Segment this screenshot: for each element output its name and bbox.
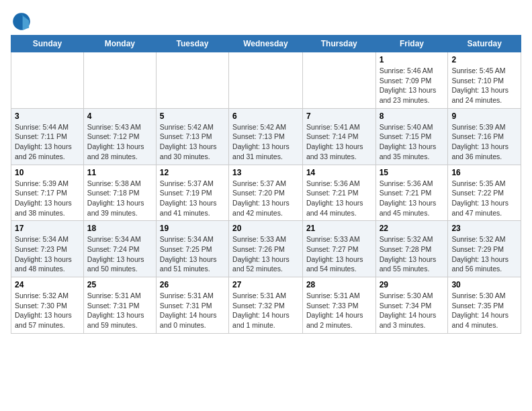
logo-icon — [11, 11, 32, 32]
header — [11, 11, 521, 32]
cell-content: Sunrise: 5:34 AM Sunset: 7:24 PM Dayligh… — [87, 234, 152, 274]
cell-content: Sunrise: 5:43 AM Sunset: 7:12 PM Dayligh… — [87, 122, 152, 162]
cell-content: Sunrise: 5:42 AM Sunset: 7:13 PM Dayligh… — [232, 122, 299, 162]
calendar-cell — [302, 52, 375, 109]
cell-content: Sunrise: 5:42 AM Sunset: 7:13 PM Dayligh… — [160, 122, 225, 162]
cell-content: Sunrise: 5:31 AM Sunset: 7:31 PM Dayligh… — [160, 291, 225, 330]
calendar-cell: 14Sunrise: 5:36 AM Sunset: 7:21 PM Dayli… — [302, 165, 375, 221]
cell-content: Sunrise: 5:44 AM Sunset: 7:11 PM Dayligh… — [15, 122, 80, 162]
day-of-week-header: Tuesday — [156, 36, 228, 52]
day-number: 8 — [380, 111, 445, 121]
calendar-week-row: 10Sunrise: 5:39 AM Sunset: 7:17 PM Dayli… — [11, 165, 521, 221]
calendar-cell: 6Sunrise: 5:42 AM Sunset: 7:13 PM Daylig… — [229, 108, 303, 165]
calendar-cell: 3Sunrise: 5:44 AM Sunset: 7:11 PM Daylig… — [11, 108, 84, 165]
day-number: 4 — [87, 111, 152, 121]
calendar-cell — [83, 52, 156, 109]
day-number: 28 — [306, 280, 372, 289]
cell-content: Sunrise: 5:41 AM Sunset: 7:14 PM Dayligh… — [306, 122, 372, 162]
calendar-cell: 29Sunrise: 5:30 AM Sunset: 7:34 PM Dayli… — [375, 277, 448, 334]
day-number: 2 — [451, 55, 517, 64]
calendar-cell: 25Sunrise: 5:31 AM Sunset: 7:31 PM Dayli… — [83, 277, 156, 334]
cell-content: Sunrise: 5:39 AM Sunset: 7:17 PM Dayligh… — [15, 179, 80, 218]
calendar-cell — [11, 52, 84, 109]
cell-content: Sunrise: 5:34 AM Sunset: 7:23 PM Dayligh… — [15, 234, 80, 274]
calendar-cell: 22Sunrise: 5:32 AM Sunset: 7:28 PM Dayli… — [375, 221, 448, 277]
day-number: 11 — [87, 168, 152, 177]
calendar-cell: 4Sunrise: 5:43 AM Sunset: 7:12 PM Daylig… — [83, 108, 156, 165]
day-number: 10 — [15, 168, 80, 177]
cell-content: Sunrise: 5:36 AM Sunset: 7:21 PM Dayligh… — [306, 179, 372, 218]
day-number: 29 — [380, 280, 445, 289]
calendar-cell: 15Sunrise: 5:36 AM Sunset: 7:21 PM Dayli… — [375, 165, 448, 221]
calendar-cell — [156, 52, 228, 109]
cell-content: Sunrise: 5:30 AM Sunset: 7:34 PM Dayligh… — [380, 291, 445, 330]
cell-content: Sunrise: 5:46 AM Sunset: 7:09 PM Dayligh… — [380, 66, 445, 105]
day-number: 23 — [451, 224, 517, 233]
calendar-table: SundayMondayTuesdayWednesdayThursdayFrid… — [11, 35, 521, 334]
cell-content: Sunrise: 5:45 AM Sunset: 7:10 PM Dayligh… — [451, 66, 517, 105]
day-number: 18 — [87, 224, 152, 233]
calendar-cell: 8Sunrise: 5:40 AM Sunset: 7:15 PM Daylig… — [375, 108, 448, 165]
cell-content: Sunrise: 5:32 AM Sunset: 7:29 PM Dayligh… — [451, 234, 517, 274]
day-of-week-header: Sunday — [11, 36, 84, 52]
calendar-cell: 28Sunrise: 5:31 AM Sunset: 7:33 PM Dayli… — [302, 277, 375, 334]
calendar-cell: 16Sunrise: 5:35 AM Sunset: 7:22 PM Dayli… — [448, 165, 521, 221]
cell-content: Sunrise: 5:32 AM Sunset: 7:28 PM Dayligh… — [380, 234, 445, 274]
calendar-cell: 7Sunrise: 5:41 AM Sunset: 7:14 PM Daylig… — [302, 108, 375, 165]
day-number: 13 — [232, 168, 299, 177]
cell-content: Sunrise: 5:34 AM Sunset: 7:25 PM Dayligh… — [160, 234, 225, 274]
day-number: 7 — [306, 111, 372, 121]
day-number: 27 — [232, 280, 299, 289]
cell-content: Sunrise: 5:32 AM Sunset: 7:30 PM Dayligh… — [15, 291, 80, 330]
calendar-cell: 20Sunrise: 5:33 AM Sunset: 7:26 PM Dayli… — [229, 221, 303, 277]
calendar-cell: 26Sunrise: 5:31 AM Sunset: 7:31 PM Dayli… — [156, 277, 228, 334]
cell-content: Sunrise: 5:31 AM Sunset: 7:32 PM Dayligh… — [232, 291, 299, 330]
cell-content: Sunrise: 5:39 AM Sunset: 7:16 PM Dayligh… — [451, 122, 517, 162]
calendar-cell: 19Sunrise: 5:34 AM Sunset: 7:25 PM Dayli… — [156, 221, 228, 277]
calendar-cell: 2Sunrise: 5:45 AM Sunset: 7:10 PM Daylig… — [448, 52, 521, 109]
cell-content: Sunrise: 5:37 AM Sunset: 7:19 PM Dayligh… — [160, 179, 225, 218]
day-of-week-header: Monday — [83, 36, 156, 52]
calendar-cell: 13Sunrise: 5:37 AM Sunset: 7:20 PM Dayli… — [229, 165, 303, 221]
day-number: 3 — [15, 111, 80, 121]
cell-content: Sunrise: 5:33 AM Sunset: 7:26 PM Dayligh… — [232, 234, 299, 274]
calendar-cell: 11Sunrise: 5:38 AM Sunset: 7:18 PM Dayli… — [83, 165, 156, 221]
day-number: 21 — [306, 224, 372, 233]
calendar-week-row: 1Sunrise: 5:46 AM Sunset: 7:09 PM Daylig… — [11, 52, 521, 109]
cell-content: Sunrise: 5:37 AM Sunset: 7:20 PM Dayligh… — [232, 179, 299, 218]
day-number: 14 — [306, 168, 372, 177]
cell-content: Sunrise: 5:31 AM Sunset: 7:33 PM Dayligh… — [306, 291, 372, 330]
day-of-week-header: Friday — [375, 36, 448, 52]
cell-content: Sunrise: 5:36 AM Sunset: 7:21 PM Dayligh… — [380, 179, 445, 218]
cell-content: Sunrise: 5:30 AM Sunset: 7:35 PM Dayligh… — [451, 291, 517, 330]
calendar-cell — [229, 52, 303, 109]
day-number: 30 — [451, 280, 517, 289]
calendar-header-row: SundayMondayTuesdayWednesdayThursdayFrid… — [11, 36, 521, 52]
calendar-cell: 27Sunrise: 5:31 AM Sunset: 7:32 PM Dayli… — [229, 277, 303, 334]
day-number: 5 — [160, 111, 225, 121]
calendar-cell: 9Sunrise: 5:39 AM Sunset: 7:16 PM Daylig… — [448, 108, 521, 165]
calendar-cell: 17Sunrise: 5:34 AM Sunset: 7:23 PM Dayli… — [11, 221, 84, 277]
day-number: 16 — [451, 168, 517, 177]
day-of-week-header: Saturday — [448, 36, 521, 52]
calendar-cell: 18Sunrise: 5:34 AM Sunset: 7:24 PM Dayli… — [83, 221, 156, 277]
cell-content: Sunrise: 5:40 AM Sunset: 7:15 PM Dayligh… — [380, 122, 445, 162]
calendar-week-row: 24Sunrise: 5:32 AM Sunset: 7:30 PM Dayli… — [11, 277, 521, 334]
day-number: 25 — [87, 280, 152, 289]
day-number: 9 — [451, 111, 517, 121]
day-number: 1 — [380, 55, 445, 64]
cell-content: Sunrise: 5:35 AM Sunset: 7:22 PM Dayligh… — [451, 179, 517, 218]
cell-content: Sunrise: 5:31 AM Sunset: 7:31 PM Dayligh… — [87, 291, 152, 330]
calendar-cell: 5Sunrise: 5:42 AM Sunset: 7:13 PM Daylig… — [156, 108, 228, 165]
day-number: 20 — [232, 224, 299, 233]
calendar-cell: 1Sunrise: 5:46 AM Sunset: 7:09 PM Daylig… — [375, 52, 448, 109]
day-number: 12 — [160, 168, 225, 177]
day-number: 17 — [15, 224, 80, 233]
calendar-cell: 23Sunrise: 5:32 AM Sunset: 7:29 PM Dayli… — [448, 221, 521, 277]
day-number: 6 — [232, 111, 299, 121]
day-number: 15 — [380, 168, 445, 177]
calendar-cell: 24Sunrise: 5:32 AM Sunset: 7:30 PM Dayli… — [11, 277, 84, 334]
cell-content: Sunrise: 5:33 AM Sunset: 7:27 PM Dayligh… — [306, 234, 372, 274]
calendar-cell: 10Sunrise: 5:39 AM Sunset: 7:17 PM Dayli… — [11, 165, 84, 221]
calendar-week-row: 17Sunrise: 5:34 AM Sunset: 7:23 PM Dayli… — [11, 221, 521, 277]
